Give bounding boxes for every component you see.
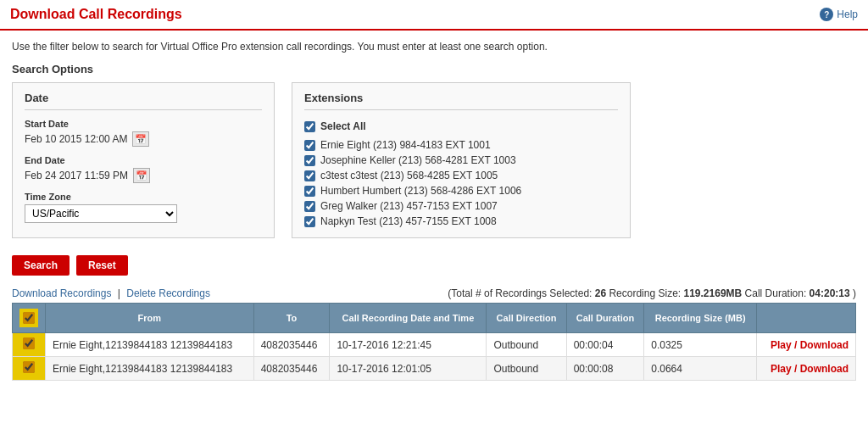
row-from-0: Ernie Eight,12139844183 12139844183	[46, 333, 254, 357]
row-size-0: 0.0325	[644, 333, 757, 357]
ext-checkbox-1[interactable]	[304, 140, 315, 151]
stats-prefix: (Total # of Recordings Selected:	[448, 287, 592, 299]
recordings-stats: (Total # of Recordings Selected: 26 Reco…	[448, 287, 856, 299]
recordings-tbody: Ernie Eight,12139844183 1213984418340820…	[13, 333, 856, 381]
col-direction: Call Direction	[487, 304, 566, 333]
page-title: Download Call Recordings	[10, 7, 182, 22]
end-date-label: End Date	[25, 155, 262, 165]
help-link[interactable]: ? Help	[820, 8, 858, 21]
header-checkbox[interactable]	[23, 312, 35, 324]
reset-button[interactable]: Reset	[76, 255, 128, 276]
date-box: Date Start Date Feb 10 2015 12:00 AM 📅 E…	[12, 82, 275, 238]
ext-item-2: Josephine Keller (213) 568-4281 EXT 1003	[304, 153, 618, 168]
end-date-value: Feb 24 2017 11:59 PM	[25, 170, 128, 181]
select-all-checkbox[interactable]	[304, 121, 315, 132]
ext-checkbox-5[interactable]	[304, 201, 315, 212]
col-duration: Call Duration	[566, 304, 644, 333]
start-date-label: Start Date	[25, 119, 262, 129]
col-action	[757, 304, 856, 333]
date-box-title: Date	[25, 92, 262, 110]
select-all-label: Select All	[320, 120, 366, 132]
ext-label-1: Ernie Eight (213) 984-4183 EXT 1001	[320, 139, 491, 151]
row-duration-0: 00:00:04	[566, 333, 644, 357]
extensions-scroll-area: Select All Ernie Eight (213) 984-4183 EX…	[304, 119, 618, 229]
ext-checkbox-4[interactable]	[304, 186, 315, 197]
stats-duration-label: Call Duration:	[745, 287, 807, 299]
ext-item-6: Napkyn Test (213) 457-7155 EXT 1008	[304, 214, 618, 229]
ext-item-4: Humbert Humbert (213) 568-4286 EXT 1006	[304, 183, 618, 198]
ext-checkbox-2[interactable]	[304, 155, 315, 166]
row-action-1: Play / Download	[757, 357, 856, 381]
ext-item-3: c3test c3test (213) 568-4285 EXT 1005	[304, 168, 618, 183]
ext-label-3: c3test c3test (213) 568-4285 EXT 1005	[320, 170, 498, 181]
actions-row: Search Reset	[0, 247, 868, 284]
play-download-link-1[interactable]: Play / Download	[771, 363, 849, 375]
row-action-0: Play / Download	[757, 333, 856, 357]
stats-duration-value: 04:20:13	[810, 287, 850, 299]
start-date-value: Feb 10 2015 12:00 AM	[25, 133, 127, 145]
search-options-title: Search Options	[12, 63, 856, 75]
page-header: Download Call Recordings ? Help	[0, 0, 868, 31]
start-date-calendar-icon[interactable]: 📅	[132, 131, 149, 147]
row-duration-1: 00:00:08	[566, 357, 644, 381]
extensions-box-title: Extensions	[304, 92, 618, 110]
end-date-row: Feb 24 2017 11:59 PM 📅	[25, 168, 262, 183]
play-download-link-0[interactable]: Play / Download	[771, 339, 849, 351]
row-to-1: 4082035446	[253, 357, 330, 381]
row-size-1: 0.0664	[644, 357, 757, 381]
options-row: Date Start Date Feb 10 2015 12:00 AM 📅 E…	[12, 82, 856, 238]
link-separator: |	[118, 287, 120, 299]
download-recordings-link[interactable]: Download Recordings	[12, 287, 111, 299]
row-date_time-0: 10-17-2016 12:21:45	[330, 333, 487, 357]
col-size: Recording Size (MB)	[644, 304, 757, 333]
recordings-info: Download Recordings | Delete Recordings …	[0, 284, 868, 303]
ext-checkbox-6[interactable]	[304, 216, 315, 227]
help-icon: ?	[820, 8, 833, 21]
ext-item-5: Greg Walker (213) 457-7153 EXT 1007	[304, 198, 618, 214]
recordings-table: From To Call Recording Date and Time Cal…	[12, 303, 856, 381]
table-row: Ernie Eight,12139844183 1213984418340820…	[13, 357, 856, 381]
table-row: Ernie Eight,12139844183 1213984418340820…	[13, 333, 856, 357]
stats-count: 26	[595, 287, 606, 299]
timezone-label: Time Zone	[25, 192, 262, 202]
row-check-cell	[13, 333, 46, 357]
delete-recordings-link[interactable]: Delete Recordings	[126, 287, 210, 299]
recordings-table-container: From To Call Recording Date and Time Cal…	[0, 303, 868, 393]
row-date_time-1: 10-17-2016 12:01:05	[330, 357, 487, 381]
stats-suffix: )	[853, 287, 856, 299]
recordings-links: Download Recordings | Delete Recordings	[12, 287, 210, 299]
row-checkbox-0[interactable]	[23, 337, 35, 349]
help-label: Help	[837, 8, 858, 20]
row-direction-0: Outbound	[487, 333, 566, 357]
col-checkbox-header	[13, 304, 46, 333]
row-direction-1: Outbound	[487, 357, 566, 381]
search-options-section: Search Options Date Start Date Feb 10 20…	[0, 58, 868, 247]
extensions-box: Extensions Select All Ernie Eight (213) …	[292, 82, 631, 238]
ext-checkbox-3[interactable]	[304, 170, 315, 181]
table-header-row: From To Call Recording Date and Time Cal…	[13, 304, 856, 333]
col-to: To	[253, 304, 330, 333]
select-all-item: Select All	[304, 119, 618, 134]
end-date-calendar-icon[interactable]: 📅	[133, 168, 150, 183]
stats-size-label: Recording Size:	[609, 287, 681, 299]
ext-item-1: Ernie Eight (213) 984-4183 EXT 1001	[304, 137, 618, 153]
start-date-row: Feb 10 2015 12:00 AM 📅	[25, 131, 262, 147]
col-date-time: Call Recording Date and Time	[330, 304, 487, 333]
row-from-1: Ernie Eight,12139844183 12139844183	[46, 357, 254, 381]
row-checkbox-1[interactable]	[23, 361, 35, 373]
ext-label-6: Napkyn Test (213) 457-7155 EXT 1008	[320, 215, 497, 227]
col-from: From	[46, 304, 254, 333]
ext-label-4: Humbert Humbert (213) 568-4286 EXT 1006	[320, 185, 521, 197]
row-to-0: 4082035446	[253, 333, 330, 357]
row-check-cell	[13, 357, 46, 381]
ext-label-5: Greg Walker (213) 457-7153 EXT 1007	[320, 200, 498, 212]
timezone-select[interactable]: US/Pacific US/Eastern US/Central US/Moun…	[25, 204, 177, 223]
ext-label-2: Josephine Keller (213) 568-4281 EXT 1003	[320, 154, 516, 166]
search-button[interactable]: Search	[12, 255, 70, 276]
stats-size-value: 119.2169MB	[684, 287, 743, 299]
description-text: Use the filter below to search for Virtu…	[0, 31, 868, 58]
